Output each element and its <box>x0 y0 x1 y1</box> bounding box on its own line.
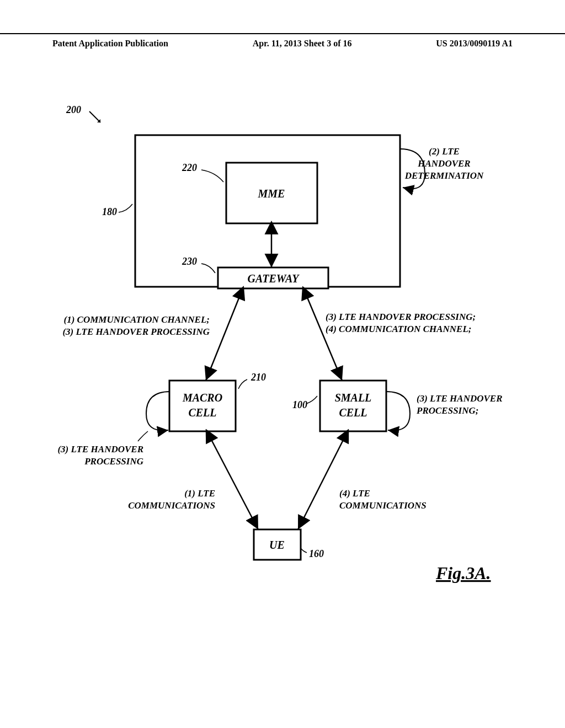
a2-2: HANDOVER <box>417 158 470 169</box>
ref-220: 220 <box>182 162 197 173</box>
ref-180: 180 <box>102 206 117 217</box>
figure-label: Fig.3A. <box>435 563 491 583</box>
page-header: Patent Application Publication Apr. 11, … <box>0 33 565 49</box>
macro-l2: CELL <box>188 406 216 419</box>
smallcell-box <box>320 381 386 431</box>
arrow-gw-small <box>303 288 342 381</box>
ref-160: 160 <box>309 548 324 559</box>
mme-label: MME <box>258 188 285 200</box>
arrow-small-ue <box>298 431 348 529</box>
header-center: Apr. 11, 2013 Sheet 3 of 16 <box>253 39 352 49</box>
macro-l1: MACRO <box>182 392 222 404</box>
a2-1: (2) LTE <box>429 146 460 157</box>
leftmid-1: (1) COMMUNICATION CHANNEL; <box>64 314 210 325</box>
macrocell-box <box>169 381 236 431</box>
loop-determination <box>400 149 425 189</box>
ref-100: 100 <box>292 399 307 410</box>
rightcell-1: (3) LTE HANDOVER <box>417 393 502 404</box>
diagram-svg: 200 180 MME 220 GATEWAY 230 (2) LTE HAND… <box>50 99 502 651</box>
arrow-macro-ue <box>207 431 258 529</box>
leftcell-2: PROCESSING <box>84 456 143 467</box>
small-l2: CELL <box>339 406 367 419</box>
rightcomm-2: COMMUNICATIONS <box>339 500 427 511</box>
header-left: Patent Application Publication <box>52 39 168 49</box>
leftcomm-2: COMMUNICATIONS <box>128 500 215 511</box>
loop-macro <box>146 392 170 431</box>
gateway-label: GATEWAY <box>248 272 300 285</box>
leftmid-2: (3) LTE HANDOVER PROCESSING <box>62 326 210 337</box>
rightcell-2: PROCESSING; <box>416 405 478 416</box>
a2-3: DETERMINATION <box>404 170 484 181</box>
leftcell-1: (3) LTE HANDOVER <box>57 444 143 454</box>
ref-200: 200 <box>66 104 81 115</box>
small-l1: SMALL <box>335 392 372 404</box>
arrow-gw-macro <box>206 288 243 381</box>
rightcomm-1: (4) LTE <box>339 488 370 499</box>
rightmid-1: (3) LTE HANDOVER PROCESSING; <box>326 312 476 322</box>
diagram: 200 180 MME 220 GATEWAY 230 (2) LTE HAND… <box>50 99 502 651</box>
header-right: US 2013/0090119 A1 <box>436 39 513 49</box>
ref-230: 230 <box>182 256 197 267</box>
loop-small <box>386 392 410 431</box>
ref-210: 210 <box>250 372 266 383</box>
leftcomm-1: (1) LTE <box>184 488 215 499</box>
rightmid-2: (4) COMMUNICATION CHANNEL; <box>326 324 471 334</box>
ue-label: UE <box>269 539 285 551</box>
